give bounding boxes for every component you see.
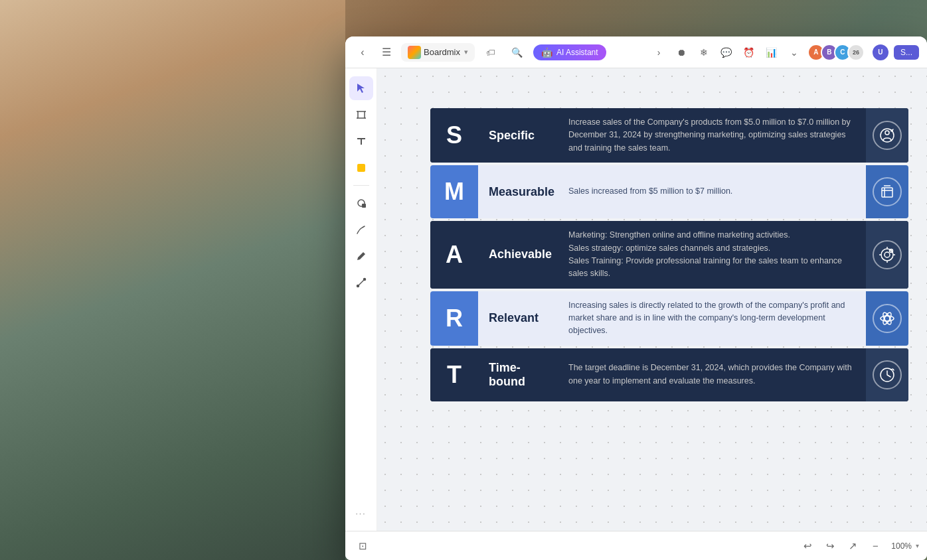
connector-tool[interactable] [349,271,373,295]
smart-table: S Specific Increase sales of the Company… [430,108,908,404]
zoom-dropdown[interactable]: 100% ▾ [888,541,919,551]
bottom-right: ↩ ↪ ↗ − 100% ▾ [798,537,919,555]
svg-rect-1 [358,111,365,118]
row-desc-r: Increasing sales is directly related to … [558,291,866,346]
svg-point-13 [885,131,889,135]
search-button[interactable]: 🔍 [507,43,528,62]
avatar-group: A B C 26 [807,44,865,61]
logo-icon [408,46,421,59]
background-left [0,0,345,560]
more-tools[interactable]: ··· [349,504,373,523]
row-letter-s: S [430,108,478,163]
app-window: ‹ ☰ Boardmix ▾ 🏷 🔍 🤖 AI Assistant › ⏺ ❄ … [345,36,927,560]
row-title-t: Time-bound [478,348,558,401]
shape-tool[interactable] [349,191,373,215]
snowflake-icon[interactable]: ❄ [695,43,713,62]
more-icon[interactable]: ⌄ [785,43,803,62]
zoom-out-button[interactable]: − [866,537,885,555]
left-toolbar: ··· [345,68,377,531]
zoom-level: 100% [888,541,914,551]
ai-label: AI Assistant [556,48,598,57]
m-icon-circle [873,177,902,206]
t-icon-circle [873,360,902,389]
svg-rect-6 [357,164,365,172]
svg-marker-0 [357,84,365,93]
boardmix-label: Boardmix [424,47,460,57]
smart-row-r: R Relevant Increasing sales is directly … [430,291,908,346]
svg-point-10 [357,285,359,287]
row-icon-a [866,221,908,289]
pen-tool[interactable] [349,218,373,242]
frame-tool[interactable] [349,103,373,127]
row-letter-a: A [430,221,478,289]
main-content: ··· S Specific Increase sales of the Com… [345,68,927,531]
dropdown-icon: ▾ [464,48,468,56]
row-desc-s: Increase sales of the Company's products… [558,108,866,163]
cursor-tool[interactable] [349,76,373,100]
timer-icon[interactable]: ⏰ [740,43,758,62]
smart-row-t: T Time-bound The target deadline is Dece… [430,348,908,401]
bottom-bar: ⊡ ↩ ↪ ↗ − 100% ▾ [345,531,927,560]
row-icon-t [866,348,908,401]
toolbar-separator-1 [353,185,369,186]
canvas-area[interactable]: S Specific Increase sales of the Company… [377,68,927,531]
current-user-avatar: U [871,43,890,62]
top-bar: ‹ ☰ Boardmix ▾ 🏷 🔍 🤖 AI Assistant › ⏺ ❄ … [345,36,927,68]
row-desc-m: Sales increased from $5 million to $7 mi… [558,165,866,218]
smart-row-s: S Specific Increase sales of the Company… [430,108,908,163]
pencil-tool[interactable] [349,244,373,268]
row-letter-m: M [430,165,478,218]
smart-row-a: A Achievable Marketing: Strengthen onlin… [430,221,908,289]
share-button[interactable]: S... [894,45,919,60]
row-letter-t: T [430,348,478,401]
row-title-a: Achievable [478,221,558,289]
breadcrumb[interactable]: Boardmix ▾ [401,43,475,62]
svg-rect-14 [882,188,892,197]
bottom-left: ⊡ [353,537,372,555]
fit-screen-button[interactable]: ⊡ [353,537,372,555]
pointer-button[interactable]: ↗ [843,537,862,555]
row-icon-s [866,108,908,163]
row-title-m: Measurable [478,165,558,218]
play-icon[interactable]: ⏺ [672,43,691,62]
menu-button[interactable]: ☰ [377,43,396,62]
row-title-s: Specific [478,108,558,163]
smart-row-m: M Measurable Sales increased from $5 mil… [430,165,908,218]
r-icon-circle [873,304,902,333]
svg-point-19 [885,252,890,257]
svg-point-22 [881,316,894,321]
row-letter-r: R [430,291,478,346]
ai-icon: 🤖 [541,47,552,58]
sticky-tool[interactable] [349,156,373,180]
row-desc-t: The target deadline is December 31, 2024… [558,348,866,401]
top-bar-right: › ⏺ ❄ 💬 ⏰ 📊 ⌄ A B C 26 U S... [649,43,919,62]
redo-button[interactable]: ↪ [821,537,839,555]
a-icon-circle [873,240,902,269]
zoom-chevron: ▾ [916,542,919,549]
svg-rect-8 [362,204,366,208]
chat-icon[interactable]: 💬 [717,43,736,62]
ai-assistant-button[interactable]: 🤖 AI Assistant [533,44,606,60]
avatar-count: 26 [847,44,865,61]
row-title-r: Relevant [478,291,558,346]
row-desc-a: Marketing: Strengthen online and offline… [558,221,866,289]
svg-point-11 [363,279,365,281]
chart-icon[interactable]: 📊 [762,43,781,62]
row-icon-r [866,291,908,346]
undo-button[interactable]: ↩ [798,537,817,555]
boardmix-logo: Boardmix [408,46,460,59]
row-icon-m [866,165,908,218]
expand-icon[interactable]: › [649,43,668,62]
text-tool[interactable] [349,129,373,153]
s-icon-circle [873,121,902,150]
back-button[interactable]: ‹ [353,43,372,62]
tag-button[interactable]: 🏷 [480,43,501,62]
